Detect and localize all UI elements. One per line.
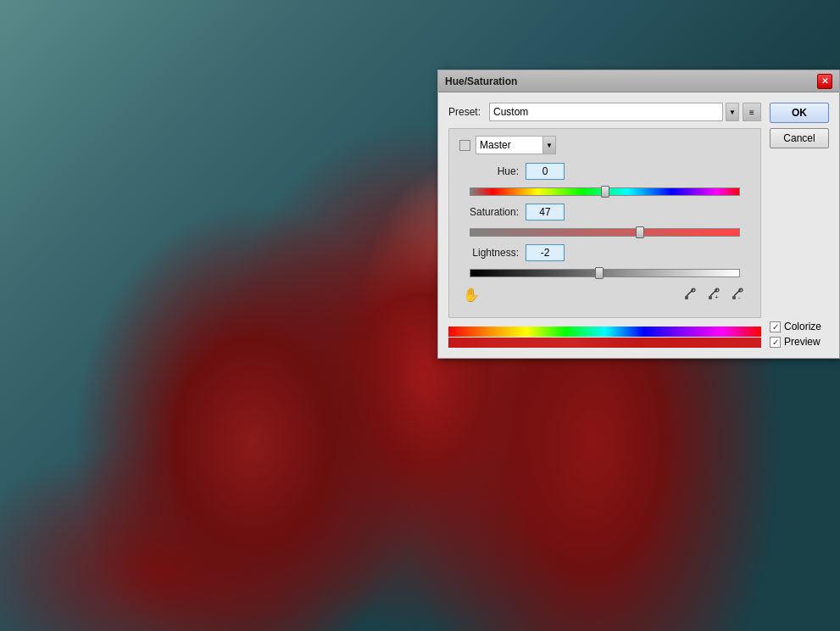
- svg-rect-8: [732, 296, 736, 299]
- eyedropper1-icon: [683, 288, 697, 301]
- hue-label: Hue:: [459, 165, 519, 177]
- saturation-slider-container: [459, 224, 750, 241]
- preview-checkbox[interactable]: ✓: [770, 337, 781, 348]
- eyedropper-button-1[interactable]: [681, 285, 699, 304]
- saturation-value-input[interactable]: [526, 204, 565, 221]
- svg-text:-: -: [738, 293, 741, 301]
- preset-select[interactable]: Custom: [489, 103, 723, 121]
- preview-check-icon: ✓: [772, 338, 779, 347]
- dropdown-icon: ▼: [729, 109, 736, 116]
- dialog-main: Preset: Custom ▼ ≡: [448, 103, 761, 348]
- colorize-checkbox-label[interactable]: ✓ Colorize: [770, 321, 829, 332]
- hue-value-input[interactable]: [526, 163, 565, 180]
- svg-rect-4: [709, 296, 712, 299]
- svg-rect-1: [685, 296, 688, 299]
- hue-thumb[interactable]: [601, 186, 609, 198]
- channel-checkbox[interactable]: [459, 140, 470, 151]
- preset-dropdown-arrow[interactable]: ▼: [726, 103, 739, 121]
- preset-select-wrapper: Custom ▼ ≡: [489, 103, 761, 121]
- dialog-body: Preset: Custom ▼ ≡: [438, 92, 839, 358]
- channel-select-wrapper: Master ▼: [476, 136, 556, 154]
- channel-dropdown-arrow[interactable]: ▼: [542, 136, 556, 154]
- channel-header: Master ▼: [459, 136, 750, 154]
- colorize-check-icon: ✓: [772, 322, 779, 332]
- menu-icon: ≡: [749, 108, 754, 117]
- checkboxes-row: ✓ Colorize ✓ Preview: [770, 321, 829, 348]
- hue-row: Hue:: [459, 163, 750, 180]
- dialog-title: Hue/Saturation: [445, 75, 517, 87]
- cancel-button[interactable]: Cancel: [770, 128, 829, 148]
- lightness-thumb[interactable]: [595, 267, 604, 279]
- tools-row: ✋: [459, 285, 750, 304]
- colorize-label: Colorize: [784, 321, 821, 332]
- rainbow-bar: [448, 327, 761, 337]
- dialog-buttons: OK Cancel ✓ Colorize ✓ Preview: [770, 103, 829, 348]
- hand-tool-button[interactable]: ✋: [463, 287, 480, 303]
- hue-saturation-dialog: Hue/Saturation ✕ Preset: Custom ▼ ≡: [437, 70, 840, 359]
- eyedropper-tools: + -: [681, 285, 747, 304]
- lightness-slider-container: [459, 265, 750, 282]
- colorize-checkbox[interactable]: ✓: [770, 321, 781, 332]
- saturation-row: Saturation:: [459, 204, 750, 221]
- dialog-titlebar: Hue/Saturation ✕: [438, 70, 839, 92]
- preview-checkbox-label[interactable]: ✓ Preview: [770, 336, 829, 348]
- channel-group: Master ▼ Hue:: [448, 128, 761, 318]
- svg-text:+: +: [715, 293, 719, 301]
- color-bar-section: [448, 327, 761, 348]
- saturation-label: Saturation:: [459, 206, 519, 218]
- close-button[interactable]: ✕: [817, 74, 832, 89]
- result-bar: [448, 338, 761, 348]
- lightness-value-input[interactable]: [526, 244, 565, 261]
- lightness-track: [470, 269, 740, 277]
- preset-menu-button[interactable]: ≡: [743, 103, 761, 121]
- channel-dropdown-icon: ▼: [546, 142, 553, 149]
- saturation-thumb[interactable]: [636, 226, 644, 238]
- close-icon: ✕: [821, 76, 828, 86]
- svg-line-0: [687, 289, 693, 296]
- eyedropper-button-3[interactable]: -: [728, 285, 747, 304]
- eyedropper3-icon: -: [731, 288, 744, 301]
- eyedropper2-icon: +: [707, 288, 720, 301]
- saturation-track: [470, 228, 740, 237]
- channel-select[interactable]: Master: [476, 136, 543, 154]
- preview-label: Preview: [784, 336, 821, 348]
- lightness-row: Lightness:: [459, 244, 750, 261]
- preset-row: Preset: Custom ▼ ≡: [448, 103, 761, 121]
- ok-button[interactable]: OK: [770, 103, 829, 123]
- preset-label: Preset:: [448, 106, 482, 118]
- hue-slider-container: [459, 183, 750, 200]
- lightness-label: Lightness:: [459, 247, 519, 259]
- eyedropper-button-2[interactable]: +: [704, 285, 723, 304]
